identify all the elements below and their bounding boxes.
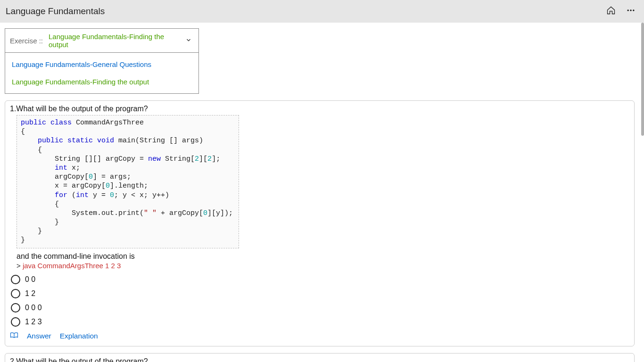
more-icon[interactable]: [626, 6, 636, 17]
question-2-number: 2.: [10, 357, 16, 362]
option-label: 1 2 3: [25, 318, 42, 326]
selector-item-finding-output[interactable]: Language Fundamentals-Finding the output: [5, 73, 198, 90]
page-title: Language Fundamentals: [6, 6, 105, 16]
question-2-prompt: What will be the output of the program?: [16, 357, 148, 362]
explanation-link[interactable]: Explanation: [60, 332, 98, 340]
option-label: 0 0 0: [25, 304, 42, 312]
scrollbar[interactable]: [641, 23, 644, 136]
question-1-options: 0 0 1 2 0 0 0 1 2 3: [11, 272, 629, 329]
exercise-selector: Exercise :: Language Fundamentals-Findin…: [5, 28, 199, 94]
svg-point-2: [633, 10, 635, 11]
question-card-1: 1.What will be the output of the program…: [5, 100, 635, 346]
option-label: 1 2: [25, 289, 35, 298]
svg-point-1: [630, 10, 632, 11]
radio-icon[interactable]: [11, 289, 20, 298]
cmd-text: java CommandArgsThree 1 2 3: [23, 262, 121, 270]
exercise-selector-list: Language Fundamentals-General Questions …: [5, 53, 198, 93]
svg-point-0: [627, 10, 629, 11]
radio-icon[interactable]: [11, 317, 20, 327]
option-row[interactable]: 0 0 0: [11, 301, 629, 315]
radio-icon[interactable]: [11, 303, 20, 313]
app-header: Language Fundamentals: [0, 0, 644, 23]
question-card-2: 2.What will be the output of the program…: [5, 353, 635, 362]
option-label: 0 0: [25, 275, 35, 284]
answer-row: Answer Explanation: [10, 332, 629, 340]
content-area: Exercise :: Language Fundamentals-Findin…: [0, 23, 639, 362]
option-row[interactable]: 0 0: [11, 272, 629, 287]
question-1-code: public class CommandArgsThree { public s…: [17, 115, 239, 248]
option-row[interactable]: 1 2 3: [11, 315, 629, 329]
exercise-selector-head[interactable]: Exercise :: Language Fundamentals-Findin…: [5, 29, 198, 53]
radio-icon[interactable]: [11, 275, 20, 284]
answer-link[interactable]: Answer: [27, 332, 51, 340]
question-1-title: 1.What will be the output of the program…: [10, 105, 629, 113]
question-1-number: 1.: [10, 105, 16, 113]
book-icon: [10, 332, 18, 340]
question-2-title: 2.What will be the output of the program…: [10, 357, 629, 362]
chevron-down-icon: [183, 37, 194, 45]
selector-item-general-questions[interactable]: Language Fundamentals-General Questions: [5, 56, 198, 73]
cmd-prefix: >: [17, 262, 23, 270]
question-1-cmd-note: and the command-line invocation is: [17, 252, 629, 261]
exercise-selector-current: Language Fundamentals-Finding the output: [46, 33, 183, 49]
option-row[interactable]: 1 2: [11, 287, 629, 301]
question-1-cmd-line: > java CommandArgsThree 1 2 3: [17, 262, 629, 270]
home-icon[interactable]: [606, 6, 616, 17]
exercise-selector-label: Exercise ::: [10, 37, 43, 45]
header-actions: [606, 6, 638, 17]
question-1-prompt: What will be the output of the program?: [16, 105, 148, 113]
